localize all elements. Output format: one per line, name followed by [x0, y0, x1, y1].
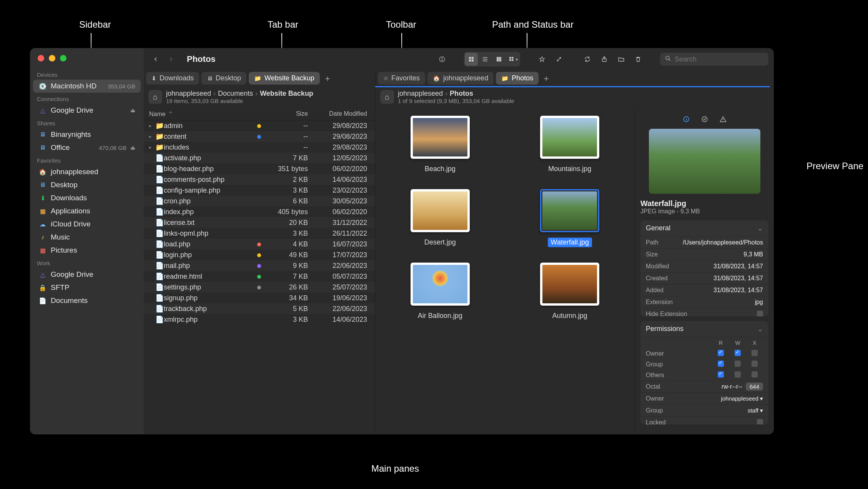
add-tab-button[interactable]: ＋ [541, 73, 552, 84]
thumbnail[interactable]: Air Balloon.jpg [411, 263, 470, 321]
col-name[interactable]: Name ⌃ [149, 110, 262, 118]
table-row[interactable]: ▸📁admin--29/08/2023 [144, 120, 375, 131]
breadcrumb-item[interactable]: johnappleseed [166, 90, 211, 98]
sidebar-item[interactable]: ⬇Downloads [33, 191, 141, 205]
sidebar-item[interactable]: ☁iCloud Drive [33, 218, 141, 231]
table-row[interactable]: 📄trackback.php5 KB22/06/2023 [144, 303, 375, 314]
table-row[interactable]: 📄license.txt20 KB31/12/2022 [144, 217, 375, 228]
sidebar-item[interactable]: ▦Pictures [33, 244, 141, 257]
eject-icon[interactable]: ⏏ [130, 145, 135, 151]
disclosure-triangle[interactable]: ▸ [149, 134, 155, 139]
preview-tab-alert[interactable] [717, 113, 729, 125]
sync-button[interactable] [581, 53, 594, 66]
favorite-button[interactable] [535, 53, 549, 66]
sidebar-item[interactable]: ▦Applications [33, 205, 141, 218]
home-icon[interactable]: ⌂ [148, 90, 162, 104]
close-button[interactable] [38, 55, 44, 62]
preview-tab-info[interactable] [680, 113, 692, 125]
group-select[interactable]: staff ▾ [748, 407, 763, 414]
perm-checkbox[interactable] [752, 361, 758, 367]
sidebar-item[interactable]: 🖥Office470,08 GB⏏ [33, 141, 141, 154]
sidebar-item[interactable]: 💽Macintosh HD353,04 GB [33, 80, 141, 93]
hide-ext-checkbox[interactable] [757, 311, 763, 316]
breadcrumb-item[interactable]: Photos [450, 90, 473, 98]
thumbnail[interactable]: Waterfall.jpg [540, 189, 599, 247]
connect-button[interactable] [552, 53, 565, 66]
table-row[interactable]: 📄settings.php26 KB25/07/2023 [144, 282, 375, 293]
view-columns-button[interactable] [492, 53, 506, 66]
thumbnail[interactable]: Mountains.jpg [540, 116, 599, 174]
sidebar-item[interactable]: 📄Documents [33, 294, 141, 307]
view-icons-button[interactable] [465, 53, 478, 66]
newfolder-button[interactable] [615, 53, 628, 66]
table-row[interactable]: ▸📁includes--29/08/2023 [144, 142, 375, 153]
perm-checkbox[interactable] [735, 371, 741, 378]
table-row[interactable]: 📄login.php49 KB17/07/2023 [144, 249, 375, 260]
sidebar-item[interactable]: 🔒SFTP [33, 281, 141, 294]
home-icon[interactable]: ⌂ [380, 90, 394, 104]
share-button[interactable] [598, 53, 611, 66]
eject-icon[interactable]: ⏏ [130, 107, 135, 113]
sidebar-item[interactable]: 🖥Desktop [33, 178, 141, 191]
tab[interactable]: 🏠johnappleseed [427, 72, 494, 85]
table-row[interactable]: 📄config-sample.php3 KB23/02/2023 [144, 185, 375, 196]
octal-field[interactable]: 644 [746, 383, 763, 391]
tab[interactable]: 📁Photos [496, 72, 539, 85]
list-body[interactable]: ▸📁admin--29/08/2023▸📁content--29/08/2023… [144, 120, 375, 434]
perm-checkbox[interactable] [718, 350, 724, 356]
table-row[interactable]: ▸📁content--29/08/2023 [144, 131, 375, 142]
table-row[interactable]: 📄xmlrpc.php3 KB14/06/2023 [144, 314, 375, 325]
sidebar-item[interactable]: ♪Music [33, 231, 141, 244]
maximize-button[interactable] [60, 55, 67, 62]
breadcrumb-item[interactable]: Documents [218, 90, 253, 98]
locked-checkbox[interactable] [757, 419, 763, 424]
sort-button[interactable] [436, 53, 449, 66]
search-input[interactable] [675, 55, 764, 63]
view-gallery-button[interactable]: ▾ [506, 53, 519, 66]
table-row[interactable]: 📄cron.php6 KB30/05/2023 [144, 196, 375, 206]
col-date[interactable]: Date Modified [308, 110, 369, 118]
nav-back-button[interactable] [149, 53, 162, 66]
disclosure-triangle[interactable]: ▸ [149, 123, 155, 128]
table-row[interactable]: 📄signup.php34 KB19/06/2023 [144, 293, 375, 303]
table-row[interactable]: 📄comments-post.php2 KB14/06/2023 [144, 174, 375, 185]
table-row[interactable]: 📄activate.php7 KB12/05/2023 [144, 153, 375, 163]
view-list-button[interactable] [479, 53, 492, 66]
icon-pane[interactable]: Beach.jpgMountains.jpgDesert.jpgWaterfal… [375, 108, 635, 434]
table-row[interactable]: 📄readme.html7 KB05/07/2023 [144, 271, 375, 282]
col-size[interactable]: Size [262, 110, 308, 118]
table-row[interactable]: 📄blog-header.php351 bytes06/02/2020 [144, 163, 375, 174]
section-permissions-header[interactable]: Permissions⌄ [640, 321, 768, 337]
section-general-header[interactable]: General⌄ [640, 220, 768, 236]
perm-checkbox[interactable] [735, 350, 741, 356]
minimize-button[interactable] [49, 55, 55, 62]
perm-checkbox[interactable] [735, 361, 741, 367]
breadcrumb-item[interactable]: Website Backup [260, 90, 313, 98]
thumbnail[interactable]: Beach.jpg [411, 116, 470, 174]
tab[interactable]: ⬇Downloads [146, 72, 199, 85]
table-row[interactable]: 📄mail.php9 KB22/06/2023 [144, 260, 375, 271]
thumbnail[interactable]: Autumn.jpg [540, 263, 599, 321]
perm-checkbox[interactable] [718, 361, 724, 367]
owner-select[interactable]: johnappleseed ▾ [721, 395, 763, 402]
search-field[interactable] [660, 53, 768, 66]
sidebar-item[interactable]: △Google Drive [33, 268, 141, 281]
sidebar-item[interactable]: 🖥Binarynights [33, 128, 141, 141]
tab[interactable]: 🖥Desktop [201, 72, 246, 85]
perm-checkbox[interactable] [752, 350, 758, 356]
perm-checkbox[interactable] [752, 371, 758, 378]
tab[interactable]: ☆Favorites [378, 72, 425, 85]
delete-button[interactable] [632, 53, 645, 66]
nav-forward-button[interactable] [165, 53, 178, 66]
table-row[interactable]: 📄load.php4 KB16/07/2023 [144, 239, 375, 249]
tab[interactable]: 📁Website Backup [249, 72, 320, 85]
table-row[interactable]: 📄links-opml.php3 KB26/11/2022 [144, 228, 375, 239]
sidebar-item[interactable]: 🏠johnappleseed [33, 165, 141, 178]
add-tab-button[interactable]: ＋ [322, 73, 333, 84]
thumbnail[interactable]: Desert.jpg [411, 189, 470, 247]
preview-tab-activity[interactable] [699, 113, 710, 125]
table-row[interactable]: 📄index.php405 bytes06/02/2020 [144, 206, 375, 217]
breadcrumb-item[interactable]: johnappleseed [398, 90, 443, 98]
sidebar-item[interactable]: △Google Drive⏏ [33, 104, 141, 117]
perm-checkbox[interactable] [718, 371, 724, 378]
